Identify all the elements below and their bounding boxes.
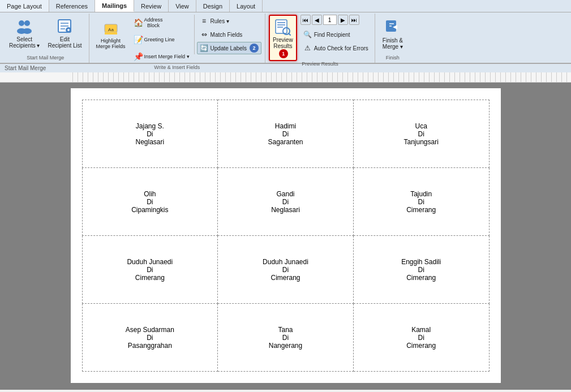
label-name: Gandi [222, 190, 349, 198]
tab-layout[interactable]: Layout [230, 0, 263, 12]
status-text: Start Mail Merge [5, 65, 46, 71]
label-di: Di [358, 198, 484, 206]
update-labels-button[interactable]: 🔄 Update Labels 2 [197, 42, 262, 54]
svg-rect-13 [105, 32, 117, 35]
label-di: Di [87, 198, 213, 206]
tab-page-layout[interactable]: Page Layout [0, 0, 49, 12]
start-mail-merge-label: Start Mail Merge [27, 55, 64, 62]
greeting-line-icon: 📝 [134, 35, 143, 44]
label-place: Neglasari [87, 138, 213, 146]
match-fields-label: Match Fields [211, 32, 243, 38]
insert-merge-field-icon: 📌 [134, 52, 143, 61]
group-finish: Finish &Merge ▾ Finish [375, 14, 410, 63]
label-di: Di [222, 266, 349, 274]
edit-recipient-list-button[interactable]: EditRecipient List [44, 15, 85, 51]
label-name: Asep Sudarman [87, 326, 213, 334]
group-preview-results: PreviewResults 1 ⏮ ◀ ▶ ⏭ 🔍 Find Recipien… [265, 14, 375, 63]
select-recipients-icon [15, 17, 33, 35]
label-di: Di [87, 334, 213, 342]
preview-results-label: PreviewResults [273, 37, 293, 49]
tab-review[interactable]: Review [134, 0, 169, 12]
label-cell: Duduh Junaedi Di Cimerang [218, 236, 354, 304]
label-cell: Olih Di Cipamingkis [82, 168, 218, 236]
select-recipients-button[interactable]: SelectRecipients ▾ [6, 15, 43, 51]
badge-1: 1 [279, 49, 288, 58]
svg-line-19 [289, 33, 290, 35]
match-fields-button[interactable]: ⇔ Match Fields [197, 28, 262, 41]
tab-design[interactable]: Design [196, 0, 230, 12]
preview-results-icon [274, 18, 292, 36]
label-name: Jajang S. [87, 122, 213, 130]
select-recipients-label: SelectRecipients ▾ [9, 36, 40, 49]
label-di: Di [222, 334, 349, 342]
group-start-mail-merge: SelectRecipients ▾ EditRecipient List [2, 14, 89, 63]
document-area[interactable]: Jajang S. Di Neglasari Hadimi Di Sagaran… [0, 83, 571, 390]
nav-next-button[interactable]: ▶ [338, 15, 348, 25]
tab-references[interactable]: References [49, 0, 95, 12]
rules-icon: ≡ [200, 16, 209, 25]
preview-results-items: PreviewResults 1 ⏮ ◀ ▶ ⏭ 🔍 Find Recipien… [269, 15, 371, 61]
svg-point-3 [23, 28, 32, 34]
label-di: Di [87, 266, 213, 274]
page: Jajang S. Di Neglasari Hadimi Di Sagaran… [71, 88, 501, 383]
finish-merge-button[interactable]: Finish &Merge ▾ [379, 15, 407, 52]
label-place: Cimerang [358, 274, 484, 282]
label-cell: Tana Di Nangerang [218, 304, 354, 372]
group-write-insert-fields: Aa HighlightMerge Fields 🏠 AddressBlock … [89, 14, 266, 63]
find-recipient-button[interactable]: 🔍 Find Recipient [300, 28, 371, 41]
address-block-label: AddressBlock [144, 17, 163, 28]
tab-view[interactable]: View [169, 0, 196, 12]
nav-last-button[interactable]: ⏭ [349, 15, 359, 25]
label-place: Sagaranten [222, 138, 349, 146]
write-insert-small-col: ≡ Rules ▾ ⇔ Match Fields 🔄 Update Labels… [194, 15, 262, 54]
insert-merge-field-button[interactable]: 📌 Insert Merge Field ▾ [130, 49, 193, 64]
ruler [0, 72, 571, 83]
label-di: Di [222, 130, 349, 138]
rules-button[interactable]: ≡ Rules ▾ [197, 15, 262, 27]
greeting-line-button[interactable]: 📝 Greeting Line [130, 32, 193, 48]
nav-first-button[interactable]: ⏮ [300, 15, 311, 25]
ribbon: SelectRecipients ▾ EditRecipient List [0, 12, 571, 63]
label-di: Di [222, 198, 349, 206]
nav-page-input[interactable] [323, 15, 337, 25]
label-name: Duduh Junaedi [87, 258, 213, 266]
label-name: Enggih Sadili [358, 258, 484, 266]
label-place: Cimerang [358, 342, 484, 350]
svg-text:Aa: Aa [108, 27, 114, 32]
tab-mailings[interactable]: Mailings [95, 0, 134, 12]
label-name: Tajudin [358, 190, 484, 198]
label-place: Pasanggrahan [87, 342, 213, 350]
highlight-merge-fields-button[interactable]: Aa HighlightMerge Fields [93, 15, 129, 53]
label-di: Di [358, 334, 484, 342]
label-grid: Jajang S. Di Neglasari Hadimi Di Sagaran… [82, 100, 490, 372]
preview-nav-col: ⏮ ◀ ▶ ⏭ 🔍 Find Recipient ⚠ Auto Check fo… [300, 15, 371, 54]
label-place: Neglasari [222, 206, 349, 214]
label-cell: Asep Sudarman Di Pasanggrahan [82, 304, 218, 372]
address-block-button[interactable]: 🏠 AddressBlock [130, 15, 193, 31]
label-cell: Kamal Di Cimerang [353, 304, 489, 372]
update-labels-label: Update Labels [211, 45, 247, 51]
finish-merge-label: Finish &Merge ▾ [383, 37, 403, 50]
label-cell: Duduh Junaedi Di Cimerang [82, 236, 218, 304]
tab-bar: Page Layout References Mailings Review V… [0, 0, 571, 12]
auto-check-errors-icon: ⚠ [303, 44, 312, 53]
label-place: Cimerang [358, 206, 484, 214]
auto-check-errors-label: Auto Check for Errors [314, 45, 368, 51]
label-name: Uca [358, 122, 484, 130]
finish-merge-icon [384, 17, 402, 35]
preview-results-button[interactable]: PreviewResults 1 [269, 15, 297, 61]
label-place: Cipamingkis [87, 206, 213, 214]
preview-results-group-label: Preview Results [302, 61, 338, 68]
label-name: Tana [222, 326, 349, 334]
label-di: Di [358, 130, 484, 138]
ruler-marks [72, 72, 571, 82]
update-labels-icon: 🔄 [200, 44, 209, 53]
match-fields-icon: ⇔ [200, 30, 209, 39]
auto-check-errors-button[interactable]: ⚠ Auto Check for Errors [300, 42, 371, 54]
label-place: Nangerang [222, 342, 349, 350]
label-place: Tanjungsari [358, 138, 484, 146]
label-cell: Hadimi Di Sagaranten [218, 100, 354, 168]
label-name: Kamal [358, 326, 484, 334]
label-cell: Gandi Di Neglasari [218, 168, 354, 236]
nav-prev-button[interactable]: ◀ [312, 15, 322, 25]
